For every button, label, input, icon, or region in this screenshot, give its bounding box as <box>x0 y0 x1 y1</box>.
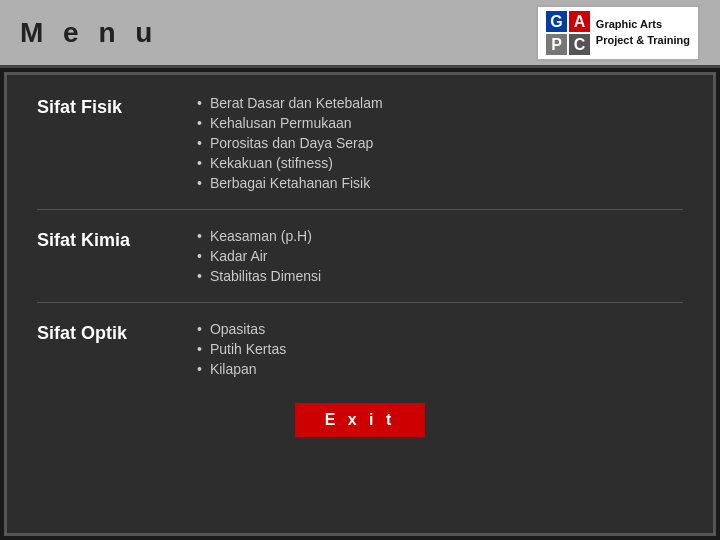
list-item: • Kadar Air <box>197 248 321 264</box>
divider-2 <box>37 302 683 303</box>
bullet-icon: • <box>197 248 202 264</box>
main-content: Sifat Fisik • Berat Dasar dan Ketebalam … <box>4 72 716 536</box>
bullet-icon: • <box>197 228 202 244</box>
section-label-kimia: Sifat Kimia <box>37 228 197 251</box>
section-sifat-kimia: Sifat Kimia • Keasaman (p.H) • Kadar Air… <box>37 228 683 284</box>
bullet-icon: • <box>197 175 202 191</box>
bullet-icon: • <box>197 155 202 171</box>
svg-text:C: C <box>574 36 586 53</box>
divider-1 <box>37 209 683 210</box>
bullet-icon: • <box>197 95 202 111</box>
exit-button-container: E x i t <box>37 395 683 441</box>
svg-text:P: P <box>551 36 562 53</box>
logo-text: Graphic Arts Project & Training <box>596 17 690 48</box>
svg-text:G: G <box>550 13 562 30</box>
svg-text:A: A <box>574 13 586 30</box>
app-frame: M e n u G A P C Graphic Arts Project & T… <box>0 0 720 540</box>
bullet-icon: • <box>197 361 202 377</box>
header: M e n u G A P C Graphic Arts Project & T… <box>0 0 720 68</box>
section-label-optik: Sifat Optik <box>37 321 197 344</box>
section-items-fisik: • Berat Dasar dan Ketebalam • Kehalusan … <box>197 95 383 191</box>
list-item: • Keasaman (p.H) <box>197 228 321 244</box>
page-title: M e n u <box>20 17 158 49</box>
list-item: • Stabilitas Dimensi <box>197 268 321 284</box>
list-item: • Kekakuan (stifness) <box>197 155 383 171</box>
list-item: • Putih Kertas <box>197 341 286 357</box>
section-sifat-fisik: Sifat Fisik • Berat Dasar dan Ketebalam … <box>37 95 683 191</box>
list-item: • Berbagai Ketahanan Fisik <box>197 175 383 191</box>
logo-box: G A P C Graphic Arts Project & Training <box>536 5 700 61</box>
bullet-icon: • <box>197 115 202 131</box>
logo-icon: G A P C <box>546 11 590 55</box>
bullet-icon: • <box>197 135 202 151</box>
exit-button[interactable]: E x i t <box>295 403 426 437</box>
section-items-optik: • Opasitas • Putih Kertas • Kilapan <box>197 321 286 377</box>
bullet-icon: • <box>197 321 202 337</box>
bullet-icon: • <box>197 341 202 357</box>
list-item: • Kehalusan Permukaan <box>197 115 383 131</box>
list-item: • Kilapan <box>197 361 286 377</box>
list-item: • Berat Dasar dan Ketebalam <box>197 95 383 111</box>
bullet-icon: • <box>197 268 202 284</box>
list-item: • Opasitas <box>197 321 286 337</box>
section-sifat-optik: Sifat Optik • Opasitas • Putih Kertas • … <box>37 321 683 377</box>
section-items-kimia: • Keasaman (p.H) • Kadar Air • Stabilita… <box>197 228 321 284</box>
list-item: • Porositas dan Daya Serap <box>197 135 383 151</box>
section-label-fisik: Sifat Fisik <box>37 95 197 118</box>
